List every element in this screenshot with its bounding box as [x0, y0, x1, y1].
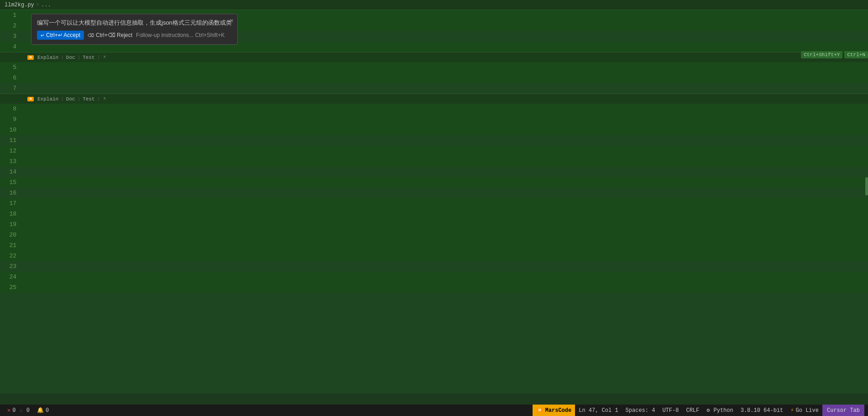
line-number: 9	[0, 114, 24, 125]
line-number: 12	[0, 146, 24, 156]
line-content	[24, 261, 868, 272]
lens-close-1[interactable]: ×	[103, 53, 106, 63]
go-live-button[interactable]: ⚡ Go Live	[787, 405, 822, 416]
line-number: 1	[0, 10, 24, 21]
line-ending-indicator[interactable]: CRLF	[682, 405, 703, 416]
line-content: def __init__(self, llm):	[24, 62, 868, 73]
error-count: 0	[12, 407, 16, 414]
line-number: 21	[0, 240, 24, 251]
line-number: 17	[0, 198, 24, 209]
explain-link-2[interactable]: Explain	[37, 94, 58, 104]
line-number: 2	[0, 21, 24, 31]
line-content: self.llm = llm	[24, 73, 868, 83]
followup-label: Follow-up instructions... Ctrl+Shift+K	[136, 32, 225, 38]
suggestion-text: 编写一个可以让大模型自动进行信息抽取，生成json格式三元组的函数或类	[37, 19, 232, 27]
language-text: Python	[713, 407, 733, 414]
popup-close-button[interactable]: ×	[230, 17, 234, 24]
doc-link-1[interactable]: Doc	[66, 53, 75, 63]
line-number: 25	[0, 282, 24, 293]
lens-logo-1: M	[27, 55, 34, 60]
followup-button[interactable]: Follow-up instructions... Ctrl+Shift+K	[136, 32, 225, 38]
python-version[interactable]: 3.8.10 64-bit	[737, 405, 787, 416]
notification-count: 0	[46, 407, 49, 414]
cursor-tab-status[interactable]: Cursor Tab	[822, 405, 864, 416]
go-live-icon: ⚡	[790, 407, 794, 414]
explain-link-1[interactable]: Explain	[37, 53, 58, 63]
line-content: Please output the extracted triples in J…	[24, 177, 868, 188]
spaces-text: Spaces: 4	[626, 407, 655, 414]
marscode-status[interactable]: M MarsCode	[533, 405, 575, 416]
line-number: 13	[0, 156, 24, 167]
breadcrumb-file[interactable]: llm2kg.py	[5, 2, 34, 8]
line-number: 6	[0, 73, 24, 83]
line-number: 4	[0, 42, 24, 52]
code-line: 14	[0, 167, 868, 177]
notification-indicator[interactable]: 🔔 0	[33, 405, 52, 416]
line-content: def extract_triples(self, text: str) -> …	[24, 104, 868, 114]
code-line: 12 Text to analyze:	[0, 146, 868, 156]
lens-sep-4: |	[61, 94, 64, 104]
line-content	[24, 135, 868, 146]
lens-sep-1: |	[61, 53, 64, 63]
marscode-icon-2: M	[27, 97, 34, 101]
ctrl-shift-y-badge[interactable]: Ctrl+Shift+Y	[801, 51, 842, 58]
lens-close-2[interactable]: ×	[103, 94, 106, 104]
line-number: 18	[0, 209, 24, 219]
line-number: 16	[0, 188, 24, 198]
line-content: Text to analyze:	[24, 146, 868, 156]
line-number: 14	[0, 167, 24, 177]
code-area: 1 import json 2 from typing import List,…	[0, 10, 868, 293]
code-line: 16	[0, 188, 868, 198]
test-link-2[interactable]: Test	[83, 94, 94, 104]
code-line: 10 As an expert in dermatology and infor…	[0, 125, 868, 135]
code-line: 7	[0, 83, 868, 94]
scrollbar[interactable]	[865, 0, 868, 394]
ctrl-n-badge[interactable]: Ctrl+N	[844, 51, 868, 58]
language-indicator[interactable]: ⚙ Python	[703, 405, 737, 416]
editor-container: llm2kg.py > ... × 编写一个可以让大模型自动进行信息抽取，生成j…	[0, 0, 868, 394]
line-content	[24, 188, 868, 198]
line-content: [	[24, 209, 868, 219]
line-content: ...	[24, 230, 868, 240]
line-content	[24, 167, 868, 177]
scrollbar-thumb[interactable]	[865, 177, 868, 195]
position-text: Ln 47, Col 1	[579, 407, 618, 414]
breadcrumb-sep: >	[36, 2, 39, 8]
line-number: 8	[0, 104, 24, 114]
code-line: 23	[0, 261, 868, 272]
status-left: ✕ 0 ⚠ 0 🔔 0	[4, 405, 52, 416]
marscode-m-icon: M	[536, 408, 544, 413]
error-indicator[interactable]: ✕ 0 ⚠ 0	[4, 405, 33, 416]
line-content: response = self.llm.generate(formatted_p…	[24, 282, 868, 293]
marscode-icon-1: M	[27, 55, 34, 60]
accept-label: Ctrl+↵ Accept	[46, 32, 80, 38]
code-line: 24 formatted_prompt = prompt.format(text…	[0, 272, 868, 282]
lens-sep-5: |	[78, 94, 81, 104]
line-number: 5	[0, 62, 24, 73]
line-content: ]	[24, 240, 868, 251]
code-line: 17 Output format:	[0, 198, 868, 209]
line-number: 23	[0, 261, 24, 272]
doc-link-2[interactable]: Doc	[66, 94, 75, 104]
code-line: 19 {{"entity": "...", "relation": "...",…	[0, 219, 868, 230]
lens-logo-2: M	[27, 97, 34, 101]
line-content: {{"entity": "...", "relation": "...", "a…	[24, 219, 868, 230]
code-line: 5 def __init__(self, llm):	[0, 62, 868, 73]
lens-bar-1: M Explain | Doc | Test | ×	[0, 52, 868, 62]
suggestion-actions: ↵ Ctrl+↵ Accept ⌫ Ctrl+⌫ Reject Follow-u…	[37, 31, 232, 40]
line-number: 24	[0, 272, 24, 282]
encoding-indicator[interactable]: UTF-8	[659, 405, 682, 416]
encoding-text: UTF-8	[662, 407, 679, 414]
suggestion-popup: × 编写一个可以让大模型自动进行信息抽取，生成json格式三元组的函数或类 ↵ …	[31, 14, 238, 45]
accept-button[interactable]: ↵ Ctrl+↵ Accept	[37, 31, 84, 40]
breadcrumb: llm2kg.py > ...	[0, 0, 868, 10]
reject-button[interactable]: ⌫ Ctrl+⌫ Reject	[88, 32, 132, 38]
code-line: 8 def extract_triples(self, text: str) -…	[0, 104, 868, 114]
breadcrumb-ellipsis[interactable]: ...	[41, 2, 51, 8]
reject-label: Ctrl+⌫ Reject	[96, 32, 132, 38]
test-link-1[interactable]: Test	[83, 53, 94, 63]
line-number: 10	[0, 125, 24, 135]
spaces-indicator[interactable]: Spaces: 4	[622, 405, 659, 416]
position-indicator[interactable]: Ln 47, Col 1	[575, 405, 622, 416]
line-number: 11	[0, 135, 24, 146]
